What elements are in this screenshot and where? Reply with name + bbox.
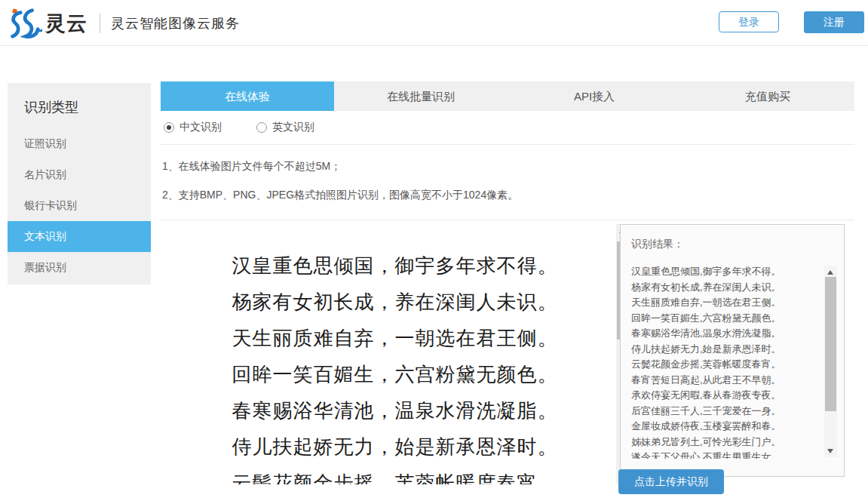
result-line: 后宫佳丽三千人,三千宠爱在一身。 xyxy=(631,404,817,419)
register-button[interactable]: 注册 xyxy=(804,11,864,33)
sidebar-item-text-recognition[interactable]: 文本识别 xyxy=(8,221,151,252)
sidebar-item-license[interactable]: 证照识别 xyxy=(8,128,151,159)
poem-line: 天生丽质难自弃，一朝选在君王侧。 xyxy=(173,321,616,357)
image-preview: 汉皇重色思倾国，御宇多年求不得。 杨家有女初长成，养在深闺人未识。 天生丽质难自… xyxy=(173,224,629,484)
poem-line: 春寒赐浴华清池，温泉水滑洗凝脂。 xyxy=(173,393,616,429)
page-title: 灵云智能图像云服务 xyxy=(111,14,240,32)
sidebar-title: 识别类型 xyxy=(8,83,151,128)
sidebar: 识别类型 证照识别 名片识别 银行卡识别 文本识别 票据识别 xyxy=(8,83,151,284)
scroll-down-icon[interactable] xyxy=(824,444,837,457)
logo: 灵云 灵云智能图像云服务 xyxy=(8,8,240,39)
result-label: 识别结果： xyxy=(621,225,844,260)
result-line: 杨家有女初长成,养在深闺人未识。 xyxy=(631,280,817,296)
result-line: 遂令天下父母心,不重生男重生女。 xyxy=(631,450,817,459)
radio-chinese[interactable]: 中文识别 xyxy=(164,121,222,134)
result-panel: 识别结果： 汉皇重色思倾国,御宇多年求不得。 杨家有女初长成,养在深闺人未识。 … xyxy=(620,224,845,477)
poem-line: 回眸一笑百媚生，六宫粉黛无颜色。 xyxy=(173,357,616,393)
logo-divider xyxy=(100,14,100,33)
tab-api-access[interactable]: API接入 xyxy=(508,81,681,111)
logo-text: 灵云 xyxy=(45,10,87,37)
result-line: 承欢侍宴无闲暇,春从春游夜专夜。 xyxy=(631,388,817,404)
result-line: 天生丽质难自弃,一朝选在君王侧。 xyxy=(631,295,817,311)
result-line: 侍儿扶起娇无力,始是新承恩泽时。 xyxy=(631,342,817,358)
result-line: 春寒赐浴华清池,温泉水滑洗凝脂。 xyxy=(631,326,817,342)
result-line: 回眸一笑百媚生,六宫粉黛无颜色。 xyxy=(631,311,817,327)
tab-batch-recognition[interactable]: 在线批量识别 xyxy=(334,81,508,111)
lingyun-dragon-logo-icon xyxy=(8,8,42,39)
result-scrollbar[interactable] xyxy=(824,266,837,457)
language-options: 中文识别 英文识别 xyxy=(161,111,854,145)
sidebar-item-invoice[interactable]: 票据识别 xyxy=(8,252,151,283)
result-text: 汉皇重色思倾国,御宇多年求不得。 杨家有女初长成,养在深闺人未识。 天生丽质难自… xyxy=(631,264,817,459)
header: 灵云 灵云智能图像云服务 登录 注册 xyxy=(0,0,868,46)
work-area: 汉皇重色思倾国，御宇多年求不得。 杨家有女初长成，养在深闺人未识。 天生丽质难自… xyxy=(161,220,854,492)
poem-line: 汉皇重色思倾国，御宇多年求不得。 xyxy=(173,248,616,284)
result-line: 姊妹弟兄皆列土,可怜光彩生门户。 xyxy=(631,435,817,450)
result-line: 汉皇重色思倾国,御宇多年求不得。 xyxy=(631,264,817,280)
result-line: 云鬓花颜金步摇,芙蓉帐暖度春宵。 xyxy=(631,357,817,373)
poem-line: 云鬓花颜金步摇，芙蓉帐暖度春宵。 xyxy=(173,466,616,484)
poem-line: 侍儿扶起娇无力，始是新承恩泽时。 xyxy=(173,429,616,466)
sidebar-item-bank-card[interactable]: 银行卡识别 xyxy=(8,190,151,221)
tab-bar: 在线体验 在线批量识别 API接入 充值购买 xyxy=(161,81,854,111)
radio-unselected-icon[interactable] xyxy=(256,122,267,133)
radio-selected-icon[interactable] xyxy=(164,122,174,133)
result-line: 金屋妆成娇侍夜,玉楼宴罢醉和春。 xyxy=(631,419,817,435)
page: 灵云 灵云智能图像云服务 登录 注册 识别类型 证照识别 名片识别 银行卡识别 … xyxy=(0,0,868,504)
tab-purchase[interactable]: 充值购买 xyxy=(681,81,854,111)
result-scrollbar-thumb[interactable] xyxy=(825,277,836,411)
poem-line: 杨家有女初长成，养在深闺人未识。 xyxy=(173,284,616,321)
instruction-2: 2、支持BMP、PNG、JPEG格式拍照图片识别，图像高宽不小于1024像素。 xyxy=(162,186,854,203)
result-line: 春宵苦短日高起,从此君王不早朝。 xyxy=(631,373,817,389)
radio-chinese-label: 中文识别 xyxy=(179,121,222,134)
instructions: 1、在线体验图片文件每个不超过5M； 2、支持BMP、PNG、JPEG格式拍照图… xyxy=(161,145,854,220)
tab-online-demo[interactable]: 在线体验 xyxy=(161,81,334,111)
radio-english-label: 英文识别 xyxy=(272,121,314,134)
preview-poem: 汉皇重色思倾国，御宇多年求不得。 杨家有女初长成，养在深闺人未识。 天生丽质难自… xyxy=(173,224,616,484)
radio-english[interactable]: 英文识别 xyxy=(256,121,314,134)
sidebar-item-business-card[interactable]: 名片识别 xyxy=(8,159,151,190)
login-button[interactable]: 登录 xyxy=(719,11,779,32)
main-content: 在线体验 在线批量识别 API接入 充值购买 中文识别 英文识别 1、在线体验图… xyxy=(161,81,854,492)
instruction-1: 1、在线体验图片文件每个不超过5M； xyxy=(162,158,854,174)
upload-and-recognize-button[interactable]: 点击上传并识别 xyxy=(618,469,724,494)
